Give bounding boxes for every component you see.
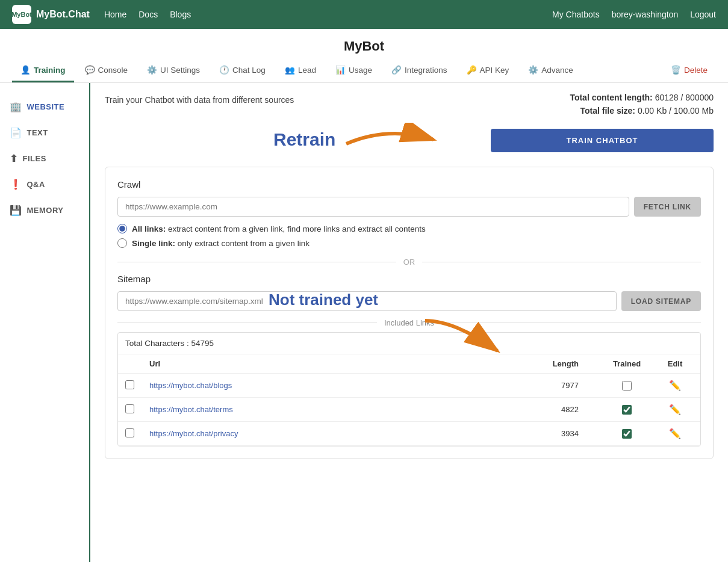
brand-logo: MyBot (12, 5, 31, 24)
row1-edit[interactable]: ✏️ (657, 380, 693, 391)
chat-log-icon: 🕐 (219, 65, 229, 75)
row3-select[interactable] (125, 428, 134, 437)
sidebar-item-text[interactable]: 📄 TEXT (0, 121, 89, 144)
table-row: https://mybot.chat/privacy 3934 ✏️ (118, 422, 700, 446)
row3-trained[interactable] (622, 429, 632, 439)
tab-bar: 👤 Training 💬 Console ⚙️ UI Settings 🕐 Ch… (0, 59, 728, 83)
tab-usage[interactable]: 📊 Usage (327, 59, 381, 82)
console-icon: 💬 (85, 65, 95, 75)
website-icon: 🏢 (10, 101, 22, 113)
nav-docs[interactable]: Docs (138, 10, 158, 19)
tab-ui-settings[interactable]: ⚙️ UI Settings (138, 59, 208, 82)
sitemap-url-input[interactable] (117, 291, 617, 311)
row2-length: 4822 (537, 405, 597, 414)
single-link-radio[interactable] (117, 238, 127, 248)
tab-lead[interactable]: 👥 Lead (276, 59, 325, 82)
row1-trained-cell (597, 381, 657, 391)
qa-icon: ❗ (10, 179, 22, 190)
nav-logout[interactable]: Logout (690, 10, 716, 19)
col-edit: Edit (657, 359, 693, 368)
all-links-option[interactable]: All links: extract content from a given … (117, 224, 701, 233)
content-area: Train your Chatbot with data from differ… (90, 83, 728, 562)
tab-delete[interactable]: 🗑️ Delete (662, 59, 716, 82)
tab-chat-log[interactable]: 🕐 Chat Log (211, 59, 274, 82)
row2-trained[interactable] (622, 405, 632, 415)
row2-url[interactable]: https://mybot.chat/terms (149, 405, 233, 414)
load-sitemap-button[interactable]: LOAD SITEMAP (621, 291, 701, 311)
row2-edit-icon: ✏️ (669, 404, 681, 415)
nav-home[interactable]: Home (104, 10, 126, 19)
fetch-link-button[interactable]: FETCH LINK (634, 197, 701, 217)
page-title: MyBot (0, 29, 728, 59)
description: Train your Chatbot with data from differ… (105, 93, 294, 105)
row1-edit-icon: ✏️ (669, 380, 681, 391)
row1-trained[interactable] (622, 381, 632, 391)
train-chatbot-button[interactable]: TRAIN CHATBOT (491, 129, 714, 152)
top-nav-links: Home Docs Blogs (104, 10, 552, 19)
crawl-card: Crawl FETCH LINK All links: extract cont… (105, 167, 714, 459)
row3-trained-cell (597, 429, 657, 439)
included-links-table: Total Characters : 54795 Not trained yet (117, 332, 701, 446)
sidebar-item-files[interactable]: ⬆ FILES (0, 147, 89, 170)
row3-url[interactable]: https://mybot.chat/privacy (149, 429, 238, 438)
tab-console[interactable]: 💬 Console (76, 59, 137, 82)
or-divider: OR (117, 258, 701, 267)
sitemap-label: Sitemap (117, 274, 701, 284)
tab-training[interactable]: 👤 Training (12, 59, 74, 82)
crawl-url-row: FETCH LINK (117, 197, 701, 217)
table-row: https://mybot.chat/blogs 7977 ✏️ (118, 374, 700, 398)
stats: Total content length: 60128 / 800000 Tot… (570, 93, 714, 119)
tab-integrations[interactable]: 🔗 Integrations (383, 59, 456, 82)
col-checkbox (125, 359, 149, 368)
top-nav: MyBot MyBot.Chat Home Docs Blogs My Chat… (0, 0, 728, 29)
lead-icon: 👥 (285, 65, 295, 75)
retrain-annotation: Retrain (273, 129, 335, 150)
nav-blogs[interactable]: Blogs (170, 10, 191, 19)
col-trained: Trained (597, 359, 657, 368)
row2-select[interactable] (125, 404, 134, 413)
table-row: https://mybot.chat/terms 4822 ✏️ (118, 398, 700, 422)
row3-length: 3934 (537, 429, 597, 438)
row1-length: 7977 (537, 381, 597, 390)
all-links-radio[interactable] (117, 224, 127, 233)
total-file-value: 0.00 Kb / 100.00 Mb (638, 106, 714, 116)
single-link-option[interactable]: Single link: only extract content from a… (117, 238, 701, 248)
tab-advance[interactable]: ⚙️ Advance (520, 59, 582, 82)
total-chars: Total Characters : 54795 (118, 333, 700, 354)
row3-edit-icon: ✏️ (669, 428, 681, 439)
total-content-label: Total content length: (570, 93, 652, 102)
included-links-header: Included Links (117, 318, 701, 327)
row1-url[interactable]: https://mybot.chat/blogs (149, 381, 232, 390)
crawl-url-input[interactable] (117, 197, 629, 217)
nav-username[interactable]: borey-washington (612, 10, 679, 19)
delete-icon: 🗑️ (671, 65, 681, 75)
left-sidebar: 🏢 WEBSITE 📄 TEXT ⬆ FILES ❗ Q&A 💾 MEMORY (0, 83, 90, 562)
row2-trained-cell (597, 405, 657, 415)
sidebar-item-qa[interactable]: ❗ Q&A (0, 173, 89, 196)
col-url: Url (149, 359, 537, 368)
usage-icon: 📊 (335, 65, 346, 75)
advance-icon: ⚙️ (528, 65, 538, 75)
api-key-icon: 🔑 (467, 65, 477, 75)
sitemap-url-row: LOAD SITEMAP (117, 291, 701, 311)
sidebar-item-memory[interactable]: 💾 MEMORY (0, 199, 89, 222)
sidebar-item-website[interactable]: 🏢 WEBSITE (0, 95, 89, 119)
row2-edit[interactable]: ✏️ (657, 404, 693, 415)
text-icon: 📄 (10, 127, 22, 138)
brand[interactable]: MyBot MyBot.Chat (12, 5, 90, 24)
row3-edit[interactable]: ✏️ (657, 428, 693, 439)
row1-select[interactable] (125, 380, 134, 389)
memory-icon: 💾 (10, 205, 22, 216)
tab-api-key[interactable]: 🔑 API Key (458, 59, 518, 82)
col-length: Length (537, 359, 597, 368)
top-nav-right: My Chatbots borey-washington Logout (552, 10, 716, 19)
files-icon: ⬆ (10, 153, 18, 164)
crawl-radio-group: All links: extract content from a given … (117, 224, 701, 248)
total-file-label: Total file size: (580, 106, 635, 116)
ui-settings-icon: ⚙️ (147, 65, 157, 75)
nav-my-chatbots[interactable]: My Chatbots (552, 10, 600, 19)
table-header: Url Length Trained Edit (118, 354, 700, 374)
top-info: Train your Chatbot with data from differ… (105, 93, 714, 119)
crawl-label: Crawl (117, 179, 701, 190)
integrations-icon: 🔗 (391, 65, 402, 75)
